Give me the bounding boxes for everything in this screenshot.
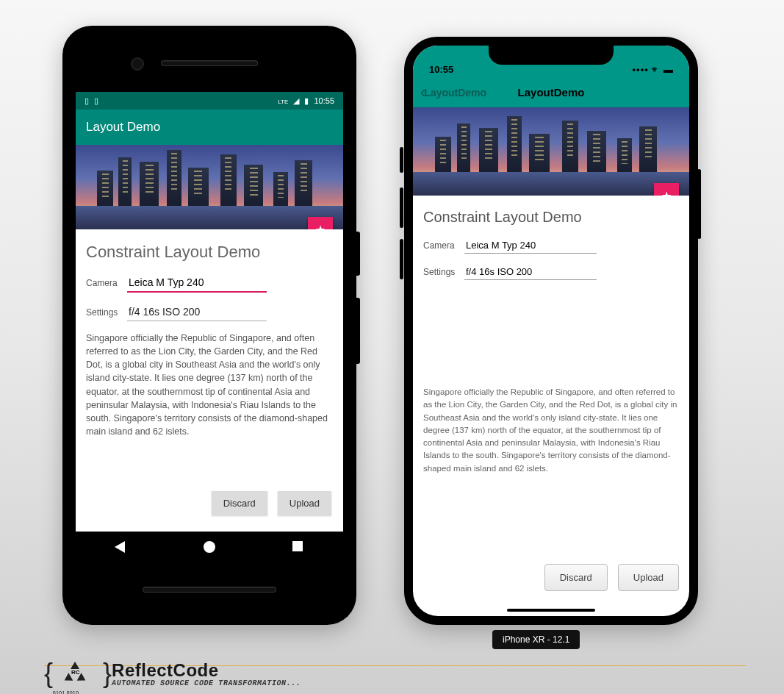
camera-label: Camera bbox=[86, 278, 127, 288]
battery-icon: ▬ bbox=[663, 64, 673, 75]
signal-dots-icon: •••• bbox=[633, 64, 649, 75]
brace-right-icon: } bbox=[103, 658, 112, 689]
favorite-fab[interactable]: ★ bbox=[308, 217, 333, 229]
notch-icon bbox=[489, 44, 614, 65]
settings-input[interactable] bbox=[127, 303, 267, 321]
ios-volume-down-icon bbox=[400, 239, 403, 279]
earpiece-icon bbox=[162, 61, 257, 65]
back-button[interactable]: ‹ LayoutDemo bbox=[420, 87, 486, 99]
camera-row: Camera bbox=[86, 273, 333, 293]
signal-icon: ◢ bbox=[293, 96, 299, 105]
ios-content: Constraint Layout Demo Camera Settings S… bbox=[413, 196, 689, 616]
home-key[interactable] bbox=[204, 541, 215, 553]
camera-icon bbox=[132, 59, 143, 69]
description-text: Singapore officially the Republic of Sin… bbox=[423, 386, 679, 475]
recent-square-icon bbox=[292, 541, 303, 551]
ios-device-frame: 10:55 •••• ︎ᯤ ▬ ‹ LayoutDemo LayoutDemo … bbox=[404, 37, 698, 625]
power-button-icon bbox=[356, 298, 360, 364]
settings-label: Settings bbox=[423, 267, 464, 277]
status-time: 10:55 bbox=[429, 64, 453, 75]
camera-label: Camera bbox=[423, 240, 464, 251]
sim-icon: ▯ bbox=[84, 96, 89, 105]
brand-name: ReflectCode bbox=[112, 660, 301, 681]
ios-mute-switch-icon bbox=[400, 147, 403, 173]
wifi-icon: ︎ᯤ bbox=[651, 64, 661, 75]
hero-image: ★ bbox=[76, 145, 343, 229]
discard-button[interactable]: Discard bbox=[212, 491, 267, 515]
recent-key[interactable] bbox=[292, 541, 304, 553]
appbar-title: Layout Demo bbox=[86, 120, 160, 135]
android-app-bar: Layout Demo bbox=[76, 110, 343, 145]
settings-row: Settings bbox=[423, 264, 679, 280]
android-status-bar: ▯ ▯ LTE ◢ ▮ 10:55 bbox=[76, 92, 343, 110]
back-key[interactable] bbox=[115, 541, 126, 553]
discard-button[interactable]: Discard bbox=[544, 564, 608, 591]
reflectcode-logo-icon: RC 0101 0010 bbox=[53, 659, 97, 688]
home-indicator-icon[interactable] bbox=[507, 609, 595, 612]
brand-tagline: AUTOMATED SOURCE CODE TRANSFORMATION... bbox=[112, 679, 301, 687]
logo-bits: 0101 0010 bbox=[53, 690, 79, 694]
back-label: LayoutDemo bbox=[424, 87, 486, 99]
page-title: Constraint Layout Demo bbox=[423, 209, 679, 226]
camera-row: Camera bbox=[423, 237, 679, 254]
action-row: Discard Upload bbox=[423, 564, 679, 603]
star-icon: ★ bbox=[315, 223, 326, 230]
settings-input[interactable] bbox=[464, 264, 597, 280]
back-triangle-icon bbox=[115, 541, 125, 553]
brace-left-icon: { bbox=[44, 658, 53, 689]
android-screen: ▯ ▯ LTE ◢ ▮ 10:55 Layout Demo ★ Const bbox=[76, 92, 343, 562]
volume-button-icon bbox=[356, 232, 360, 276]
home-circle-icon bbox=[204, 541, 215, 553]
status-time: 10:55 bbox=[314, 96, 334, 105]
hero-image: ★ bbox=[413, 107, 689, 196]
nav-title: LayoutDemo bbox=[518, 86, 585, 99]
ios-volume-up-icon bbox=[400, 187, 403, 228]
android-device-frame: ▯ ▯ LTE ◢ ▮ 10:55 Layout Demo ★ Const bbox=[62, 26, 356, 625]
battery-icon: ▮ bbox=[304, 96, 309, 105]
camera-input[interactable] bbox=[464, 237, 597, 254]
footer: { RC 0101 0010 } ReflectCode AUTOMATED S… bbox=[44, 658, 740, 689]
settings-label: Settings bbox=[86, 307, 127, 318]
sd-icon: ▯ bbox=[94, 96, 98, 105]
ios-power-button-icon bbox=[697, 169, 701, 239]
favorite-fab[interactable]: ★ bbox=[654, 183, 679, 196]
settings-row: Settings bbox=[86, 303, 333, 321]
camera-input[interactable] bbox=[127, 273, 267, 293]
lte-icon: LTE bbox=[278, 99, 288, 105]
action-row: Discard Upload bbox=[86, 487, 333, 523]
ios-nav-bar: ‹ LayoutDemo LayoutDemo bbox=[413, 78, 689, 107]
page-title: Constraint Layout Demo bbox=[86, 243, 333, 262]
description-text: Singapore officially the Republic of Sin… bbox=[86, 332, 333, 438]
device-model-label: iPhone XR - 12.1 bbox=[492, 630, 580, 649]
bottom-speaker-icon bbox=[143, 587, 276, 592]
android-nav-bar bbox=[76, 532, 343, 562]
upload-button[interactable]: Upload bbox=[278, 491, 331, 515]
star-icon: ★ bbox=[661, 189, 672, 196]
android-content: Constraint Layout Demo Camera Settings S… bbox=[76, 229, 343, 532]
upload-button[interactable]: Upload bbox=[618, 564, 679, 591]
